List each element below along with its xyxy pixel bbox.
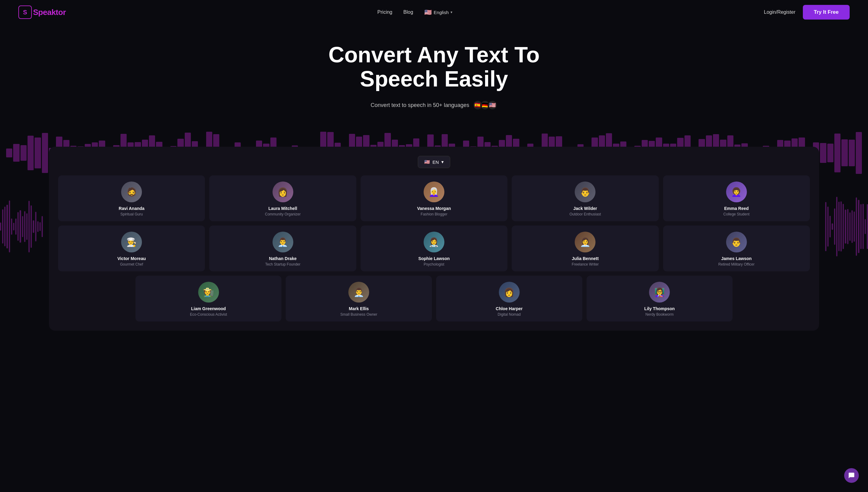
hero-subtitle-text: Convert text to speech in 50+ languages xyxy=(371,102,469,108)
logo-s: S xyxy=(33,8,38,17)
voice-name: Lily Thompson xyxy=(644,306,675,311)
voice-name: Sophie Lawson xyxy=(418,256,450,261)
voice-card-jack-wilder[interactable]: 👨 Jack Wilder Outdoor Enthusiast xyxy=(512,175,658,221)
lang-label: English xyxy=(434,10,449,15)
voice-card-nathan-drake[interactable]: 👨‍💼 Nathan Drake Tech Startup Founder xyxy=(209,225,356,271)
lang-dropdown-button[interactable]: 🇺🇸 EN ▾ xyxy=(418,156,450,168)
nav-pricing[interactable]: Pricing xyxy=(377,9,392,15)
voice-card-james-lawson[interactable]: 👨 James Lawson Retired Military Officer xyxy=(663,225,810,271)
voice-avatar: 👨 xyxy=(726,231,747,252)
voice-name: James Lawson xyxy=(721,256,752,261)
voice-card-sophie-lawson[interactable]: 👩‍⚕️ Sophie Lawson Psychologist xyxy=(360,225,508,271)
voice-role: Retired Military Officer xyxy=(719,262,754,267)
voice-card-mark-ellis[interactable]: 👨‍💼 Mark Ellis Small Business Owner xyxy=(286,276,432,321)
chat-button[interactable] xyxy=(844,468,859,483)
voice-card-lily-thompson[interactable]: 👩‍🏫 Lily Thompson Nerdy Bookworm xyxy=(587,276,733,321)
voice-role: Fashion Blogger xyxy=(421,212,447,216)
voice-avatar: 👩‍⚕️ xyxy=(424,231,444,252)
voice-avatar: 👩‍💼 xyxy=(575,231,595,252)
voice-avatar: 👩‍🦱 xyxy=(726,181,747,202)
chat-icon xyxy=(848,472,855,479)
voice-name: Mark Ellis xyxy=(349,306,369,311)
voice-avatar: 👨 xyxy=(575,181,595,202)
voice-avatar: 🧑‍🌾 xyxy=(198,282,219,302)
voice-card-chloe-harper[interactable]: 👩 Chloe Harper Digital Nomad xyxy=(436,276,582,321)
dropdown-flag: 🇺🇸 xyxy=(424,159,430,165)
voice-avatar: 👩 xyxy=(273,181,293,202)
voice-avatar: 👨‍💼 xyxy=(348,282,369,302)
voice-name: Liam Greenwood xyxy=(191,306,226,311)
logo-icon: S xyxy=(18,5,32,19)
language-selector[interactable]: 🇺🇸 English ▾ xyxy=(424,8,452,16)
voice-role: Psychologist xyxy=(424,262,444,267)
player-section: 🇺🇸 EN ▾ 🧔 Ravi Ananda Spiritual Guru 👩 L… xyxy=(0,122,868,331)
voice-name: Vanessa Morgan xyxy=(417,206,451,211)
dropdown-chevron-icon: ▾ xyxy=(441,159,444,165)
flag-us: 🇺🇸 xyxy=(488,100,497,110)
voice-card-liam-greenwood[interactable]: 🧑‍🌾 Liam Greenwood Eco-Conscious Activis… xyxy=(136,276,282,321)
hero-title: Convert Any Text To Speech Easily xyxy=(296,43,572,91)
voice-avatar: 👩‍🏫 xyxy=(649,282,670,302)
logo[interactable]: S Speaktor xyxy=(18,5,66,19)
voice-card-emma-reed[interactable]: 👩‍🦱 Emma Reed College Student xyxy=(663,175,810,221)
voice-avatar: 👨‍💼 xyxy=(273,231,293,252)
waveform-area: 🇺🇸 EN ▾ 🧔 Ravi Ananda Spiritual Guru 👩 L… xyxy=(0,122,868,331)
voice-name: Chloe Harper xyxy=(496,306,523,311)
voice-name: Emma Reed xyxy=(724,206,749,211)
voice-card-julia-bennett[interactable]: 👩‍💼 Julia Bennett Freelance Writer xyxy=(512,225,658,271)
voice-card-ravi-ananda[interactable]: 🧔 Ravi Ananda Spiritual Guru xyxy=(58,175,205,221)
voice-name: Nathan Drake xyxy=(269,256,296,261)
logo-text: Speaktor xyxy=(33,8,66,17)
voice-card-vanessa-morgan[interactable]: 👩‍🦳 Vanessa Morgan Fashion Blogger xyxy=(360,175,508,221)
voice-name: Victor Moreau xyxy=(117,256,146,261)
try-free-button[interactable]: Try It Free xyxy=(803,5,850,20)
voice-role: Spiritual Guru xyxy=(120,212,143,216)
voice-role: Nerdy Bookworm xyxy=(646,312,674,317)
voice-role: Freelance Writer xyxy=(572,262,599,267)
voice-role: Small Business Owner xyxy=(341,312,377,317)
hero-subtitle: Convert text to speech in 50+ languages … xyxy=(6,100,862,110)
voice-role: Digital Nomad xyxy=(498,312,520,317)
nav-right: Login/Register Try It Free xyxy=(764,5,850,20)
voice-grid-row3: 🧑‍🌾 Liam Greenwood Eco-Conscious Activis… xyxy=(136,276,732,321)
voice-card-victor-moreau[interactable]: 👨‍🍳 Victor Moreau Gourmet Chef xyxy=(58,225,205,271)
player-card: 🇺🇸 EN ▾ 🧔 Ravi Ananda Spiritual Guru 👩 L… xyxy=(49,147,819,331)
nav-links: Pricing Blog 🇺🇸 English ▾ xyxy=(377,8,452,16)
voice-avatar: 👨‍🍳 xyxy=(121,231,142,252)
voice-grid-row2: 👨‍🍳 Victor Moreau Gourmet Chef 👨‍💼 Natha… xyxy=(58,225,810,271)
lang-flag: 🇺🇸 xyxy=(424,8,432,16)
login-register-link[interactable]: Login/Register xyxy=(764,9,796,15)
voice-avatar: 👩‍🦳 xyxy=(424,181,444,202)
voice-role: Outdoor Enthusiast xyxy=(569,212,601,216)
lang-dropdown-container: 🇺🇸 EN ▾ xyxy=(58,156,810,168)
hero-section: Convert Any Text To Speech Easily Conver… xyxy=(0,24,868,110)
voice-role: Tech Startup Founder xyxy=(265,262,300,267)
voice-avatar: 👩 xyxy=(499,282,520,302)
wave-left xyxy=(0,122,43,331)
voice-role: College Student xyxy=(723,212,749,216)
chevron-down-icon: ▾ xyxy=(450,10,452,15)
dropdown-lang-code: EN xyxy=(432,159,439,165)
voice-name: Laura Mitchell xyxy=(268,206,297,211)
navbar: S Speaktor Pricing Blog 🇺🇸 English ▾ Log… xyxy=(0,0,868,24)
voice-name: Julia Bennett xyxy=(572,256,599,261)
voice-name: Ravi Ananda xyxy=(119,206,144,211)
voice-role: Community Organizer xyxy=(265,212,301,216)
voice-avatar: 🧔 xyxy=(121,181,142,202)
voice-name: Jack Wilder xyxy=(573,206,597,211)
nav-blog[interactable]: Blog xyxy=(403,9,413,15)
flag-cluster: 🇪🇸 🇩🇪 🇺🇸 xyxy=(473,100,497,110)
voice-role: Gourmet Chef xyxy=(120,262,143,267)
voice-grid-row1: 🧔 Ravi Ananda Spiritual Guru 👩 Laura Mit… xyxy=(58,175,810,221)
voice-role: Eco-Conscious Activist xyxy=(190,312,227,317)
voice-card-laura-mitchell[interactable]: 👩 Laura Mitchell Community Organizer xyxy=(209,175,356,221)
wave-right xyxy=(825,122,868,331)
